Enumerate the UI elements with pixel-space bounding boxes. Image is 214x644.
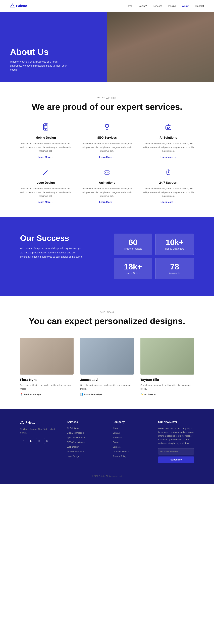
footer-logo-link[interactable]: Logo Design	[67, 455, 80, 458]
footer-logo: Palette	[20, 420, 57, 424]
svg-marker-30	[20, 421, 24, 424]
footer-company-heading: Company	[113, 420, 148, 424]
footer-video-link[interactable]: Video Animations	[67, 450, 84, 453]
service-support-title: 24/7 Support	[143, 181, 194, 184]
flora-avatar	[20, 338, 74, 374]
nav-contact[interactable]: Contact	[195, 4, 204, 7]
footer-digital-link[interactable]: Digital Marketing	[67, 432, 84, 434]
svg-point-12	[169, 127, 170, 128]
logo[interactable]: Palette	[10, 4, 27, 8]
svg-point-11	[167, 127, 168, 128]
footer-brand: Palette 1234 Abc Avenue, New York, Unite…	[20, 420, 57, 463]
logo-text: Palette	[16, 4, 27, 8]
service-ai-title: AI Solutions	[143, 136, 194, 140]
svg-line-18	[43, 171, 47, 175]
nav-home[interactable]: Home	[126, 4, 132, 7]
team-label: OUR TEAM	[20, 311, 194, 314]
arrow-right-icon: →	[51, 156, 54, 158]
team-section: OUR TEAM You can expect personalized des…	[0, 296, 214, 409]
footer-about-link[interactable]: About	[113, 427, 118, 430]
logo-design-icon	[40, 167, 51, 178]
arrow-right-icon: →	[113, 156, 115, 158]
footer-advertise-link[interactable]: Advertise	[113, 436, 122, 439]
twitter-icon[interactable]: 𝕏	[36, 438, 42, 444]
list-item: Digital Marketing	[67, 431, 102, 434]
service-seo-desc: Vestibulum bibendum, lorem a blandit lac…	[81, 142, 133, 153]
youtube-icon[interactable]: ▶	[28, 438, 34, 444]
footer-seo-link[interactable]: SEO Consultancy	[67, 441, 85, 444]
footer-logo-icon	[20, 420, 24, 424]
location-icon: 📍	[20, 393, 23, 396]
footer-privacy-link[interactable]: Privacy Policy	[113, 455, 127, 458]
nav-about[interactable]: About	[182, 4, 189, 7]
pen-icon: ✏️	[140, 393, 143, 396]
seo-icon	[102, 122, 112, 133]
footer-contact-link[interactable]: Contact	[113, 432, 120, 434]
james-name: James Levi	[80, 378, 134, 382]
service-logo-learn-more[interactable]: Learn More →	[38, 201, 54, 204]
svg-rect-10	[166, 126, 171, 130]
svg-point-26	[107, 172, 108, 173]
service-mobile-desc: Vestibulum bibendum, lorem a blandit lac…	[20, 142, 71, 153]
taytum-avatar	[140, 338, 194, 374]
footer-terms-link[interactable]: Terms of Service	[113, 450, 129, 453]
hero-title: About Us	[10, 47, 97, 57]
svg-point-6	[105, 124, 109, 128]
list-item: App Development	[67, 436, 102, 439]
footer-app-link[interactable]: App Development	[67, 436, 85, 439]
facebook-icon[interactable]: f	[20, 438, 26, 444]
footer-company-list: About Contact Advertise Events Careers T…	[113, 426, 148, 458]
list-item: Events	[113, 440, 148, 444]
service-support-learn-more[interactable]: Learn More →	[160, 201, 176, 204]
service-card-animations: Animations Vestibulum bibendum, lorem a …	[81, 167, 133, 204]
chart-icon: 📊	[80, 393, 83, 396]
nav-services[interactable]: Services	[153, 4, 163, 7]
newsletter-email-input[interactable]	[164, 450, 192, 453]
list-item: Video Animations	[67, 450, 102, 453]
list-item: Terms of Service	[113, 450, 148, 453]
email-icon: ✉	[160, 450, 163, 453]
what-we-do-section: WHAT WE DO? We are proud of our expert s…	[0, 82, 214, 217]
arrow-right-icon: →	[174, 201, 176, 204]
james-avatar	[80, 338, 134, 374]
list-item: AI Solutions	[67, 426, 102, 430]
stat-customers-label: Happy Customers	[159, 248, 190, 250]
arrow-right-icon: →	[51, 201, 54, 204]
ai-icon	[163, 122, 174, 133]
service-ai-learn-more[interactable]: Learn More →	[160, 156, 176, 158]
nav-news[interactable]: News ▾	[138, 4, 147, 7]
list-item: About	[113, 426, 148, 430]
stat-finished-label: Finished Projects	[118, 248, 148, 250]
subscribe-button[interactable]: Subscribe	[158, 456, 194, 463]
taytum-role: ✏️ Art Director	[140, 393, 194, 396]
james-bio: Sed placerat luctus mi, mollis mattis ni…	[80, 384, 134, 390]
footer-socials: f ▶ 𝕏 ◎	[20, 438, 57, 444]
service-ai-desc: Vestibulum bibendum, lorem a blandit lac…	[143, 142, 194, 153]
team-member-taytum: Taytum Elia Sed placerat luctus mi, moll…	[140, 338, 194, 396]
mobile-icon	[40, 122, 51, 133]
instagram-icon[interactable]: ◎	[44, 438, 50, 444]
footer-bottom: © 2024 Palette. All rights reserved.	[20, 471, 194, 477]
footer-webdesign-link[interactable]: Web Design	[67, 446, 79, 448]
list-item: Advertise	[113, 436, 148, 439]
service-support-desc: Vestibulum bibendum, lorem a blandit lac…	[143, 187, 194, 198]
services-grid: Mobile Design Vestibulum bibendum, lorem…	[20, 122, 194, 204]
team-heading: You can expect personalized designs.	[20, 316, 194, 326]
service-card-support: 24/7 Support Vestibulum bibendum, lorem …	[143, 167, 194, 204]
nav-pricing[interactable]: Pricing	[168, 4, 176, 7]
service-mobile-learn-more[interactable]: Learn More →	[38, 156, 54, 158]
hero-description: Whether you're a small business or a lar…	[10, 60, 67, 72]
hero-left: About Us Whether you're a small business…	[0, 12, 107, 82]
footer-services-list: AI Solutions Digital Marketing App Devel…	[67, 426, 102, 458]
james-role: 📊 Financial Analyst	[80, 393, 134, 396]
footer-company-col: Company About Contact Advertise Events C…	[113, 420, 148, 463]
service-animations-learn-more[interactable]: Learn More →	[99, 201, 115, 204]
service-logo-title: Logo Design	[20, 181, 71, 184]
footer-newsletter: Our Newsletter Never miss out on our com…	[158, 420, 194, 463]
support-icon	[163, 167, 174, 178]
service-seo-learn-more[interactable]: Learn More →	[99, 156, 115, 158]
footer-ai-link[interactable]: AI Solutions	[67, 427, 79, 430]
nav-links: Home News ▾ Services Pricing About Conta…	[126, 4, 204, 7]
footer-careers-link[interactable]: Careers	[113, 446, 121, 448]
footer-events-link[interactable]: Events	[113, 441, 119, 444]
